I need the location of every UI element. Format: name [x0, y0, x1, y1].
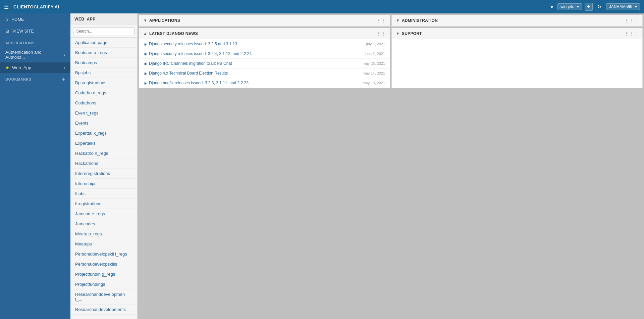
dashboard-wrapper: ▼ APPLICATIONS ⋮⋮⋮ ▼ ADMINISTRATION ⋮⋮⋮: [138, 13, 644, 319]
applications-panel-header: ▼ APPLICATIONS ⋮⋮⋮: [139, 15, 390, 26]
news-link-1[interactable]: Django security releases issued: 3.2.4, …: [149, 51, 252, 56]
hamburger-icon[interactable]: ☰: [4, 4, 9, 10]
support-grid-icon[interactable]: ⋮⋮⋮: [624, 31, 638, 36]
administration-panel: ▼ ADMINISTRATION ⋮⋮⋮: [391, 15, 643, 27]
menu-item-jamcod-e-regs[interactable]: Jamcod e_regs: [70, 209, 137, 219]
left-sidebar: ⌂ HOME ⊞ VIEW SITE APPLICATIONS Authenti…: [0, 13, 70, 319]
bottom-panels-row: ▲ LATEST DJANGO NEWS ⋮⋮⋮ ◉ Django securi…: [139, 28, 643, 88]
sidebar-auth-left: Authentication and Authoriz...: [5, 50, 61, 60]
news-item-3: ◉ Django 4.x Technical Board Election Re…: [139, 69, 390, 78]
main-layout: ⌂ HOME ⊞ VIEW SITE APPLICATIONS Authenti…: [0, 13, 644, 319]
auth-chevron-icon: ›: [64, 52, 65, 57]
news-date-3: may 14, 2021: [363, 71, 385, 75]
menu-item-bpsregistrations[interactable]: Bpsregistrations: [70, 78, 137, 88]
support-collapse-icon[interactable]: ▼: [396, 31, 400, 36]
support-panel: ▼ SUPPORT ⋮⋮⋮: [391, 28, 643, 88]
support-title-area: ▼ SUPPORT: [396, 31, 422, 36]
topbar: ☰ CLIENTOCLARIFY.AI ➤ widgets ▾ + ↻ JANH…: [0, 0, 644, 13]
sidebar-view-site-label: VIEW SITE: [12, 29, 34, 34]
menu-item-meetu-p-regs[interactable]: Meetu p_regs: [70, 229, 137, 239]
menu-item-itregistrations[interactable]: Itregistrations: [70, 199, 137, 209]
django-news-grid-icon[interactable]: ⋮⋮⋮: [372, 31, 386, 36]
view-site-icon: ⊞: [5, 29, 9, 34]
bookmarks-section: BOOKMARKS +: [0, 73, 70, 86]
menu-item-itjobs[interactable]: Itjobs: [70, 189, 137, 199]
news-link-3[interactable]: Django 4.x Technical Board Election Resu…: [149, 71, 228, 76]
administration-panel-header: ▼ ADMINISTRATION ⋮⋮⋮: [392, 15, 642, 26]
menu-item-internregistrations[interactable]: Internregistrations: [70, 169, 137, 179]
administration-title-area: ▼ ADMINISTRATION: [396, 18, 438, 23]
menu-item-experttal-k-regs[interactable]: Experttal k_regs: [70, 128, 137, 138]
django-news-panel-header: ▲ LATEST DJANGO NEWS ⋮⋮⋮: [139, 28, 390, 39]
topbar-right: widgets ▾ + ↻ JANHAM595 ▾: [557, 3, 640, 11]
menu-item-hackathons[interactable]: Hackathons: [70, 158, 137, 169]
news-item-0: ◉ Django security releases issued: 3.2.5…: [139, 39, 390, 49]
menu-item-researchandevelopments[interactable]: Researchandevelopments: [70, 305, 137, 315]
sidebar-item-auth[interactable]: Authentication and Authoriz... ›: [0, 47, 70, 62]
menu-item-jamcodes[interactable]: Jamcodes: [70, 219, 137, 229]
news-bullet-4: ◉: [144, 81, 147, 85]
sidebar-webapp-label: Web_App: [12, 65, 31, 70]
administration-panel-title: ADMINISTRATION: [402, 18, 438, 23]
user-menu[interactable]: JANHAM595 ▾: [606, 3, 640, 10]
mid-menu: Application page Bootcam p_regs Bootcamp…: [70, 38, 137, 319]
username-label: JANHAM595: [609, 4, 632, 9]
menu-item-codathons[interactable]: Codathons: [70, 98, 137, 108]
applications-grid-icon[interactable]: ⋮⋮⋮: [372, 18, 386, 23]
news-date-2: may 26, 2021: [363, 61, 385, 65]
news-bullet-2: ◉: [144, 62, 147, 65]
menu-item-personaldevelopskil-l-regs[interactable]: Personaldevelopskil l_regs: [70, 249, 137, 259]
news-link-0[interactable]: Django security releases issued: 3.2.5 a…: [149, 42, 237, 46]
news-date-0: july 1, 2021: [366, 42, 385, 46]
menu-item-expertalks[interactable]: Expertalks: [70, 138, 137, 148]
administration-grid-icon[interactable]: ⋮⋮⋮: [624, 18, 638, 23]
add-bookmark-button[interactable]: +: [62, 76, 65, 82]
applications-title-area: ▼ APPLICATIONS: [143, 18, 180, 23]
user-chevron-icon: ▾: [635, 4, 637, 9]
topbar-arrow-icon: ➤: [550, 4, 554, 9]
top-panels-row: ▼ APPLICATIONS ⋮⋮⋮ ▼ ADMINISTRATION ⋮⋮⋮: [139, 15, 643, 27]
applications-panel-title: APPLICATIONS: [149, 18, 180, 23]
support-panel-header: ▼ SUPPORT ⋮⋮⋮: [392, 28, 642, 39]
add-widget-button[interactable]: +: [585, 3, 593, 11]
search-input[interactable]: [73, 27, 135, 35]
app-logo: CLIENTOCLARIFY.AI: [13, 4, 547, 9]
django-news-panel: ▲ LATEST DJANGO NEWS ⋮⋮⋮ ◉ Django securi…: [139, 28, 390, 88]
django-news-collapse-icon[interactable]: ▲: [143, 31, 147, 36]
applications-panel: ▼ APPLICATIONS ⋮⋮⋮: [139, 15, 390, 27]
content-area: ▼ APPLICATIONS ⋮⋮⋮ ▼ ADMINISTRATION ⋮⋮⋮: [138, 13, 644, 319]
django-news-panel-title: LATEST DJANGO NEWS: [149, 31, 198, 36]
news-link-2[interactable]: Django IRC Channels migration to Libera …: [149, 61, 232, 66]
menu-item-bootcam-p-regs[interactable]: Bootcam p_regs: [70, 48, 137, 58]
applications-collapse-icon[interactable]: ▼: [143, 18, 147, 23]
menu-item-meetups[interactable]: Meetups: [70, 239, 137, 249]
menu-item-personaldevelopskills[interactable]: Personaldevelopskills: [70, 259, 137, 269]
sidebar-item-view-site[interactable]: ⊞ VIEW SITE: [0, 25, 70, 37]
sidebar-item-web-app[interactable]: ★ Web_App ›: [0, 62, 70, 73]
menu-item-bootcamps[interactable]: Bootcamps: [70, 58, 137, 68]
mid-panel: WEB_APP Application page Bootcam p_regs …: [70, 13, 138, 319]
django-news-content: ◉ Django security releases issued: 3.2.5…: [139, 39, 390, 88]
menu-item-internships[interactable]: Internships: [70, 179, 137, 189]
menu-item-projectfundin-g-regs[interactable]: Projectfundin g_regs: [70, 269, 137, 279]
widgets-label: widgets: [560, 4, 574, 9]
widgets-dropdown[interactable]: widgets ▾: [557, 3, 582, 10]
support-panel-title: SUPPORT: [402, 31, 422, 36]
menu-item-even-t-regs[interactable]: Even t_regs: [70, 108, 137, 118]
mid-search-container: [70, 25, 137, 38]
applications-section-label: APPLICATIONS: [0, 37, 70, 47]
menu-item-events[interactable]: Events: [70, 118, 137, 128]
menu-item-hackatho-n-regs[interactable]: Hackatho n_regs: [70, 148, 137, 158]
menu-item-researchanddevelopmen-t[interactable]: Researchanddevelopmen t_...: [70, 289, 137, 305]
news-bullet-1: ◉: [144, 52, 147, 56]
menu-item-codatho-n-regs[interactable]: Codatho n_regs: [70, 88, 137, 98]
menu-item-application-page[interactable]: Application page: [70, 38, 137, 48]
administration-collapse-icon[interactable]: ▼: [396, 18, 400, 23]
menu-item-bpsjobs[interactable]: Bpsjobs: [70, 68, 137, 78]
menu-item-projectfundings[interactable]: Projectfundings: [70, 279, 137, 289]
news-bullet-0: ◉: [144, 42, 147, 46]
news-link-4[interactable]: Django bugfix releases issued: 3.2.3, 3.…: [149, 81, 249, 85]
sidebar-webapp-left: ★ Web_App: [5, 65, 31, 70]
sidebar-item-home[interactable]: ⌂ HOME: [0, 13, 70, 25]
refresh-button[interactable]: ↻: [595, 3, 603, 11]
